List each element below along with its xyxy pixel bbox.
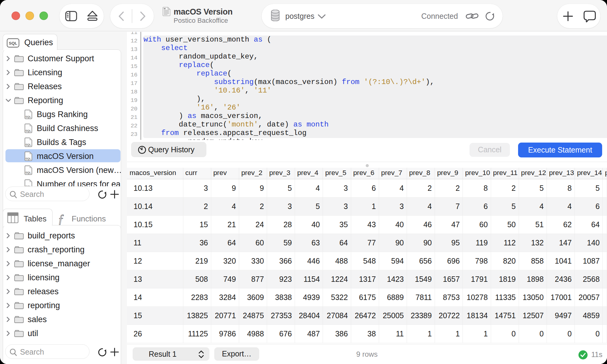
svg-text:SQL: SQL (25, 171, 31, 174)
svg-text:SQL: SQL (25, 115, 31, 118)
svg-text:SQL: SQL (25, 185, 31, 187)
svg-text:SQL: SQL (25, 129, 31, 132)
svg-text:SQL: SQL (9, 41, 17, 46)
svg-text:SQL: SQL (25, 143, 31, 146)
svg-text:SQL: SQL (25, 157, 31, 160)
svg-text:ƒ: ƒ (58, 213, 64, 225)
